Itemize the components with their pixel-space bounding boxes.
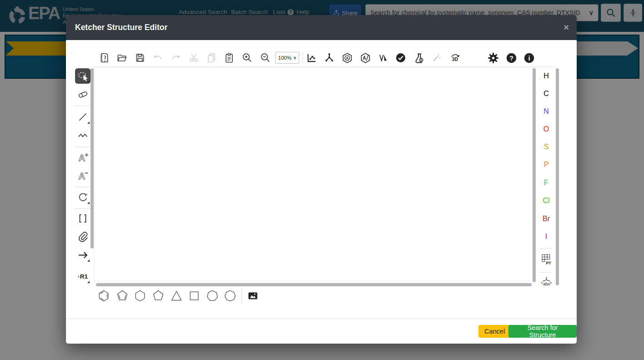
lasso-selection-tool[interactable] — [75, 68, 91, 84]
attach-tool[interactable] — [75, 229, 91, 244]
bracket-tool[interactable] — [75, 211, 91, 226]
footer-divider — [66, 319, 577, 319]
abs-label: abs — [543, 282, 550, 286]
single-bond-tool[interactable] — [75, 109, 91, 125]
dialog-titlebar: Ketcher Structure Editor ✕ — [66, 15, 577, 40]
pt-label: PT — [546, 261, 551, 265]
left-toolbar-separator — [74, 187, 91, 187]
settings-button[interactable] — [486, 51, 500, 65]
atom-button-br[interactable]: Br — [539, 215, 553, 223]
charge-minus-tool[interactable]: A − — [75, 168, 91, 183]
undo-button[interactable] — [151, 51, 165, 65]
template-cyclohexane[interactable] — [132, 288, 148, 304]
toolbar-separator — [302, 52, 303, 63]
erase-tool[interactable] — [75, 86, 91, 102]
left-toolbar-separator — [74, 208, 91, 209]
search-for-structure-button[interactable]: Search for Structure — [508, 325, 577, 338]
help-glyph: ? — [509, 54, 513, 61]
aromatize-letter: A — [346, 56, 348, 60]
canvas-vscrollbar-right[interactable] — [533, 68, 536, 282]
atom-button-n[interactable]: N — [539, 107, 553, 116]
periodic-table-button[interactable]: PT — [540, 252, 553, 268]
zoom-in-button[interactable] — [240, 51, 254, 65]
right-toolbar-separator — [539, 248, 553, 248]
template-benzene[interactable] — [96, 288, 112, 304]
rgroup-caret: › — [78, 274, 80, 279]
atom-button-p[interactable]: P — [539, 161, 553, 169]
charge-letter: A — [79, 153, 85, 163]
dearomatize-button[interactable]: A — [358, 51, 372, 65]
atom-button-cl[interactable]: Cl — [539, 197, 553, 205]
zoom-out-button[interactable] — [258, 51, 272, 65]
check-structure-button[interactable] — [393, 51, 408, 65]
save-button[interactable] — [133, 51, 147, 65]
abs-flag-button[interactable]: abs — [540, 274, 553, 291]
cancel-button[interactable]: Cancel — [478, 325, 511, 338]
help-button[interactable]: ? — [504, 51, 518, 65]
clean-up-button[interactable] — [322, 51, 337, 65]
toolbar-divider — [93, 66, 556, 67]
structure-recognition-button[interactable] — [429, 51, 443, 65]
reaction-arrow-tool[interactable] — [75, 247, 91, 263]
charge-plus-tool[interactable]: A + — [75, 150, 91, 165]
close-icon[interactable]: ✕ — [564, 15, 569, 40]
zoom-value: 100% — [278, 55, 291, 61]
layout-button[interactable] — [304, 51, 319, 65]
dialog-title: Ketcher Structure Editor — [75, 15, 167, 40]
template-cyclopentadiene[interactable] — [114, 288, 131, 304]
left-toolbar-separator — [74, 147, 91, 147]
atom-button-h[interactable]: H — [539, 72, 553, 80]
template-cycloheptane[interactable] — [204, 288, 221, 304]
copy-button[interactable] — [204, 51, 219, 65]
template-cyclopropane[interactable] — [168, 288, 185, 304]
atom-button-o[interactable]: O — [539, 125, 553, 133]
panel-vscrollbar[interactable] — [556, 68, 559, 285]
atom-button-i[interactable]: I — [539, 233, 553, 241]
clear-canvas-button[interactable] — [97, 51, 111, 65]
rotate-tool[interactable] — [75, 189, 91, 205]
chevron-down-icon: ∨ — [293, 56, 297, 60]
template-cyclopentane[interactable] — [150, 288, 166, 304]
3d-label: 3D — [452, 57, 458, 62]
canvas-vscrollbar-left[interactable] — [91, 68, 94, 248]
open-button[interactable] — [115, 51, 129, 65]
plus-glyph: + — [85, 152, 88, 157]
left-toolbar-separator — [74, 106, 91, 106]
minus-glyph: − — [85, 170, 88, 176]
cut-button[interactable] — [186, 51, 201, 65]
zoom-level-select[interactable]: 100% ∨ — [275, 52, 299, 64]
chain-tool[interactable] — [75, 127, 91, 143]
right-toolbar-separator — [539, 272, 553, 273]
aromatize-button[interactable]: A — [340, 51, 354, 65]
canvas-hscrollbar[interactable] — [96, 283, 532, 286]
template-library-button[interactable] — [245, 288, 261, 304]
dearomatize-letter: A — [362, 56, 366, 61]
atom-button-f[interactable]: F — [539, 179, 553, 187]
calculate-cip-button[interactable] — [376, 51, 390, 65]
ketcher-structure-editor-dialog: Ketcher Structure Editor ✕ — [66, 15, 577, 344]
charge-letter: A — [79, 171, 85, 181]
info-glyph: i — [528, 54, 530, 61]
about-button[interactable]: i — [522, 51, 536, 65]
template-bar-separator — [241, 288, 242, 304]
calculated-values-button[interactable] — [411, 51, 426, 65]
drawing-canvas[interactable] — [94, 67, 535, 281]
atom-button-s[interactable]: S — [539, 143, 553, 151]
3d-viewer-button[interactable]: 3D — [448, 51, 462, 65]
template-cyclobutane[interactable] — [186, 288, 202, 304]
paste-button[interactable] — [222, 51, 236, 65]
atom-button-c[interactable]: C — [539, 90, 553, 98]
template-cyclooctane[interactable] — [222, 288, 238, 304]
redo-button[interactable] — [169, 51, 183, 65]
rgroup-label: R1 — [80, 273, 88, 280]
r-group-tool[interactable]: › R1 — [75, 269, 91, 284]
